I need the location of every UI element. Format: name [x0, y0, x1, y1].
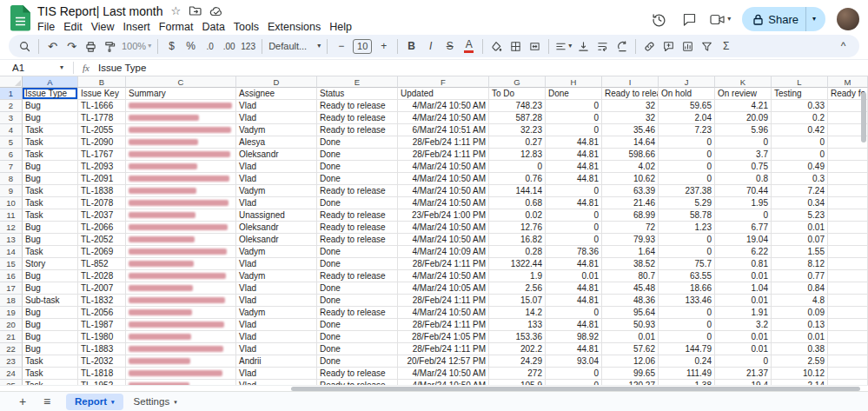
- cell-F20[interactable]: 28/Feb/24 1:11 PM: [398, 319, 489, 331]
- row-header-18[interactable]: 18: [0, 295, 23, 307]
- cell-L24[interactable]: 10.12: [772, 368, 828, 380]
- menu-data[interactable]: Data: [197, 21, 229, 33]
- cell-B24[interactable]: TL-1818: [78, 368, 126, 380]
- cell-K5[interactable]: 0: [715, 136, 772, 149]
- cell-H15[interactable]: 44.81: [546, 258, 602, 270]
- cell-H2[interactable]: 0: [546, 100, 602, 112]
- cell-G18[interactable]: 15.07: [489, 295, 546, 307]
- cell-E4[interactable]: Ready to release: [317, 124, 398, 136]
- cell-C23[interactable]: [126, 355, 236, 368]
- cell-I7[interactable]: 4.02: [602, 161, 659, 173]
- cell-I24[interactable]: 99.65: [602, 368, 659, 380]
- cell-A8[interactable]: Bug: [23, 173, 78, 185]
- cell-A5[interactable]: Task: [23, 136, 78, 149]
- cell-G2[interactable]: 748.23: [489, 100, 546, 112]
- cell-F9[interactable]: 4/Mar/24 10:50 AM: [398, 185, 489, 197]
- cell-J22[interactable]: 144.79: [659, 343, 715, 355]
- cell-F4[interactable]: 6/Mar/24 10:51 AM: [398, 124, 489, 136]
- cell-E20[interactable]: Done: [317, 319, 398, 331]
- cell-L22[interactable]: 0.38: [772, 343, 828, 355]
- row-header-23[interactable]: 23: [0, 355, 23, 368]
- row-header-14[interactable]: 14: [0, 246, 23, 258]
- cell-B16[interactable]: TL-2028: [78, 270, 126, 282]
- cell-D9[interactable]: Vadym: [236, 185, 317, 197]
- cell-F14[interactable]: 4/Mar/24 10:09 AM: [398, 246, 489, 258]
- cell-K13[interactable]: 19.04: [715, 234, 772, 246]
- cell-B21[interactable]: TL-1980: [78, 331, 126, 343]
- cell-H3[interactable]: 0: [546, 112, 602, 124]
- cell-I23[interactable]: 12.06: [602, 355, 659, 368]
- cell-H24[interactable]: 0: [546, 368, 602, 380]
- cell-A6[interactable]: Task: [23, 149, 78, 161]
- cell-A18[interactable]: Sub-task: [23, 295, 78, 307]
- vertical-align-button[interactable]: [574, 36, 593, 56]
- cell-K4[interactable]: 5.96: [715, 124, 772, 136]
- menu-insert[interactable]: Insert: [119, 21, 155, 33]
- row-header-15[interactable]: 15: [0, 258, 23, 270]
- cell-L17[interactable]: 0.84: [772, 282, 828, 295]
- share-dropdown-button[interactable]: ▾: [805, 7, 825, 31]
- column-header-M[interactable]: M: [828, 76, 868, 88]
- cell-H5[interactable]: 44.81: [546, 136, 602, 149]
- menu-file[interactable]: File: [33, 21, 59, 33]
- cell-F18[interactable]: 28/Feb/24 1:11 PM: [398, 295, 489, 307]
- cell-L6[interactable]: 0: [772, 149, 828, 161]
- cell-H6[interactable]: 44.81: [546, 149, 602, 161]
- cell-D1[interactable]: Assignee: [236, 88, 317, 100]
- cell-F6[interactable]: 28/Feb/24 1:11 PM: [398, 149, 489, 161]
- add-sheet-button[interactable]: +: [12, 393, 33, 410]
- cell-C2[interactable]: [126, 100, 236, 112]
- cell-J21[interactable]: 0: [659, 331, 715, 343]
- all-sheets-button[interactable]: ≡: [36, 393, 57, 410]
- row-header-10[interactable]: 10: [0, 197, 23, 209]
- cell-K15[interactable]: 0.81: [715, 258, 772, 270]
- cell-D18[interactable]: Vlad: [236, 295, 317, 307]
- cell-G11[interactable]: 0.02: [489, 209, 546, 222]
- cell-B14[interactable]: TL-2069: [78, 246, 126, 258]
- cell-I21[interactable]: 0.01: [602, 331, 659, 343]
- cell-B7[interactable]: TL-2093: [78, 161, 126, 173]
- cell-I6[interactable]: 598.66: [602, 149, 659, 161]
- cell-A23[interactable]: Task: [23, 355, 78, 368]
- horizontal-scrollbar-thumb[interactable]: [291, 387, 860, 391]
- cell-E5[interactable]: Done: [317, 136, 398, 149]
- cell-H22[interactable]: 44.81: [546, 343, 602, 355]
- cell-H14[interactable]: 78.36: [546, 246, 602, 258]
- cell-F23[interactable]: 20/Feb/24 12:57 PM: [398, 355, 489, 368]
- decrease-decimal-button[interactable]: .0: [201, 36, 219, 56]
- cell-A22[interactable]: Bug: [23, 343, 78, 355]
- column-header-B[interactable]: B: [78, 76, 126, 88]
- cell-J16[interactable]: 63.55: [659, 270, 715, 282]
- cell-B22[interactable]: TL-1883: [78, 343, 126, 355]
- cell-C10[interactable]: [126, 197, 236, 209]
- redo-button[interactable]: ↷: [63, 36, 81, 56]
- insert-chart-button[interactable]: [679, 36, 697, 56]
- print-button[interactable]: [82, 36, 100, 56]
- sheet-tab-settings[interactable]: Settings▾: [125, 394, 186, 410]
- cell-E23[interactable]: Done: [317, 355, 398, 368]
- row-header-9[interactable]: 9: [0, 185, 23, 197]
- cell-F11[interactable]: 23/Feb/24 1:00 PM: [398, 209, 489, 222]
- cell-C24[interactable]: [126, 368, 236, 380]
- cell-H13[interactable]: 0: [546, 234, 602, 246]
- cell-K23[interactable]: 0: [715, 355, 772, 368]
- cell-G8[interactable]: 0.76: [489, 173, 546, 185]
- cell-K21[interactable]: 0.01: [715, 331, 772, 343]
- cell-D24[interactable]: Vlad: [236, 368, 317, 380]
- cell-G20[interactable]: 133: [489, 319, 546, 331]
- cell-D17[interactable]: Vlad: [236, 282, 317, 295]
- cell-C18[interactable]: [126, 295, 236, 307]
- cell-G13[interactable]: 16.82: [489, 234, 546, 246]
- row-header-19[interactable]: 19: [0, 307, 23, 319]
- cell-D10[interactable]: Vlad: [236, 197, 317, 209]
- borders-button[interactable]: [507, 36, 525, 56]
- cell-L7[interactable]: 0.49: [772, 161, 828, 173]
- cell-G7[interactable]: 0: [489, 161, 546, 173]
- cell-K16[interactable]: 0.01: [715, 270, 772, 282]
- cell-A9[interactable]: Task: [23, 185, 78, 197]
- row-header-17[interactable]: 17: [0, 282, 23, 295]
- cell-C9[interactable]: [126, 185, 236, 197]
- cell-J13[interactable]: 0: [659, 234, 715, 246]
- cell-I8[interactable]: 10.62: [602, 173, 659, 185]
- cell-A13[interactable]: Bug: [23, 234, 78, 246]
